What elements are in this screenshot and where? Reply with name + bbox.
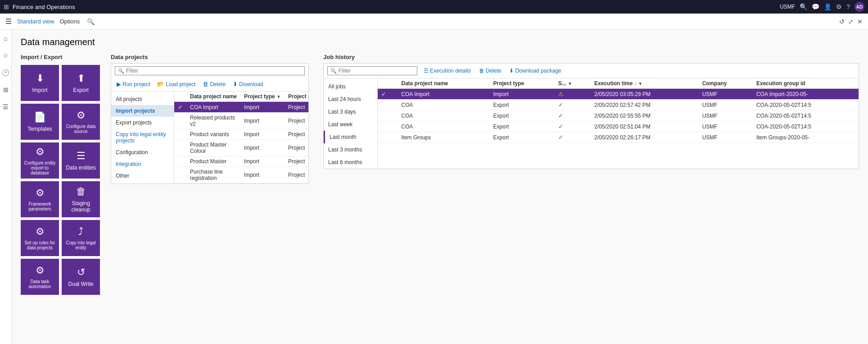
sidebar-workspaces-icon[interactable]: ⊞ bbox=[1, 85, 11, 95]
dp-nav-import-projects[interactable]: Import projects bbox=[111, 105, 174, 117]
row-project-name[interactable]: Released products v2 bbox=[186, 113, 240, 129]
jh-delete-button[interactable]: 🗑 Delete bbox=[477, 67, 503, 75]
table-row[interactable]: COA Export ✓ 2/05/2020 02:57:42 PM USMF … bbox=[378, 100, 859, 110]
jh-col-project-type[interactable]: Project type bbox=[490, 78, 555, 89]
row-project-name[interactable]: Product Master Colour bbox=[186, 140, 240, 156]
dp-search-input[interactable] bbox=[126, 68, 302, 74]
table-row[interactable]: Product variants Import Project bbox=[174, 129, 308, 140]
dp-nav-configuration[interactable]: Configuration bbox=[111, 147, 174, 158]
person-icon[interactable]: 👤 bbox=[824, 3, 832, 10]
table-row[interactable]: Product Master Import Project bbox=[174, 156, 308, 167]
tile-set-up-roles[interactable]: ⚙ Set up roles for data projects bbox=[21, 220, 59, 256]
jh-body: All jobs Last 24 hours Last 3 days Last … bbox=[324, 78, 859, 169]
jh-col-status[interactable]: S... ▼ bbox=[555, 78, 591, 89]
row-project-name[interactable]: Product variants bbox=[186, 129, 240, 140]
search-button[interactable]: 🔍 bbox=[87, 18, 95, 25]
page-title: Data management bbox=[21, 37, 859, 47]
dp-nav-integration[interactable]: Integration bbox=[111, 158, 174, 170]
dp-col-name[interactable]: Data project name bbox=[186, 92, 240, 102]
jh-col-exec-group-id[interactable]: Execution group id bbox=[753, 78, 859, 89]
dp-nav-copy-into-legal[interactable]: Copy into legal entity projects bbox=[111, 128, 174, 147]
table-row[interactable]: Product Master Colour Import Project bbox=[174, 140, 308, 156]
tile-data-task-automation[interactable]: ⚙ Data task automation bbox=[21, 259, 59, 295]
jh-nav-last-3-days[interactable]: Last 3 days bbox=[324, 105, 377, 118]
row-check[interactable] bbox=[174, 113, 186, 129]
dp-col-category[interactable]: Project category bbox=[285, 92, 308, 102]
window-close-icon[interactable]: ✕ bbox=[857, 18, 863, 25]
search-icon[interactable]: 🔍 bbox=[800, 3, 807, 10]
row-check[interactable] bbox=[174, 167, 186, 183]
table-row[interactable]: COA Export ✓ 2/05/2020 02:51:04 PM USMF … bbox=[378, 121, 859, 132]
table-row[interactable]: Item Groups Export ✓ 2/05/2020 02:26:17 … bbox=[378, 132, 859, 143]
tile-export[interactable]: ⬆ Export bbox=[62, 65, 100, 101]
dp-col-type[interactable]: Project type ▼ bbox=[240, 92, 285, 102]
expand-icon[interactable]: ⤢ bbox=[848, 18, 854, 25]
row-check[interactable] bbox=[174, 129, 186, 140]
dp-delete-button[interactable]: 🗑 Delete bbox=[201, 80, 227, 88]
jh-row-check[interactable] bbox=[378, 110, 398, 121]
settings-icon[interactable]: ⚙ bbox=[836, 3, 842, 10]
options-button[interactable]: Options bbox=[59, 18, 80, 25]
tile-framework-params[interactable]: ⚙ Framework parameters bbox=[21, 181, 59, 217]
jh-col-company[interactable]: Company bbox=[699, 78, 753, 89]
content-area: Data management Import / Export ⬇ Import… bbox=[12, 30, 868, 344]
dp-download-button[interactable]: ⬇ Download bbox=[231, 80, 265, 88]
tile-dual-write[interactable]: ↺ Dual Write bbox=[62, 259, 100, 295]
row-check[interactable] bbox=[174, 156, 186, 167]
dp-nav-export-projects[interactable]: Export projects bbox=[111, 117, 174, 128]
row-project-name[interactable]: COA Import bbox=[186, 102, 240, 113]
load-project-button[interactable]: 📂 Load project bbox=[155, 80, 197, 88]
row-check[interactable]: ✓ bbox=[174, 102, 186, 113]
execution-details-label: Execution details bbox=[430, 68, 471, 74]
jh-nav-last-week[interactable]: Last week bbox=[324, 118, 377, 131]
jh-nav-last-24[interactable]: Last 24 hours bbox=[324, 93, 377, 105]
dp-nav-other[interactable]: Other bbox=[111, 170, 174, 182]
table-row[interactable]: Purchase line registration Import Projec… bbox=[174, 167, 308, 183]
tile-import[interactable]: ⬇ Import bbox=[21, 65, 59, 101]
jh-left-nav: All jobs Last 24 hours Last 3 days Last … bbox=[324, 78, 378, 169]
jh-nav-last-month[interactable]: Last month bbox=[324, 131, 377, 143]
download-package-button[interactable]: ⬇ Download package bbox=[507, 67, 563, 75]
refresh-icon[interactable]: ↺ bbox=[839, 18, 845, 25]
tile-copy-into-legal[interactable]: ⤴ Copy into legal entity bbox=[62, 220, 100, 256]
jh-col-exec-time[interactable]: Execution time ↓ ▼ bbox=[591, 78, 699, 89]
tile-data-entities[interactable]: ☰ Data entities bbox=[62, 142, 100, 179]
execution-details-button[interactable]: ☰ Execution details bbox=[422, 67, 473, 75]
tile-configure-entity-export[interactable]: ⚙ Configure entity export to database bbox=[21, 142, 59, 179]
help-icon[interactable]: ? bbox=[846, 3, 850, 10]
jh-col-project-name[interactable]: Data project name bbox=[398, 78, 489, 89]
sidebar-favorites-icon[interactable]: ☆ bbox=[1, 50, 11, 60]
jh-row-check[interactable]: ✓ bbox=[378, 89, 398, 100]
sidebar-home-icon[interactable]: ⌂ bbox=[1, 33, 11, 43]
jh-row-check[interactable] bbox=[378, 100, 398, 110]
table-row[interactable]: COA Export ✓ 2/05/2020 02:55:55 PM USMF … bbox=[378, 110, 859, 121]
sidebar-menu-icon[interactable]: ☰ bbox=[1, 102, 11, 112]
jh-nav-last-6-months[interactable]: Last 6 months bbox=[324, 156, 377, 169]
table-row[interactable]: ✓ COA Import Import ⚠ 2/05/2020 03:05:29… bbox=[378, 89, 859, 100]
jh-row-status: ✓ bbox=[555, 110, 591, 121]
task-automation-icon: ⚙ bbox=[36, 265, 45, 276]
jh-nav-last-3-months[interactable]: Last 3 months bbox=[324, 143, 377, 156]
table-row[interactable]: Released products v2 Import Project bbox=[174, 113, 308, 129]
run-project-button[interactable]: ▶ Run project bbox=[115, 80, 152, 88]
row-check[interactable] bbox=[174, 140, 186, 156]
row-project-name[interactable]: Purchase line registration bbox=[186, 167, 240, 183]
jh-nav-all-jobs[interactable]: All jobs bbox=[324, 80, 377, 93]
standard-view-link[interactable]: Standard view bbox=[17, 18, 54, 25]
dp-nav-all-projects[interactable]: All projects bbox=[111, 93, 174, 105]
sidebar-recent-icon[interactable]: 🕐 bbox=[1, 68, 11, 78]
grid-icon[interactable]: ⊞ bbox=[4, 3, 9, 10]
row-project-type: Import bbox=[240, 129, 285, 140]
dp-filter-icon: 🔍 bbox=[118, 68, 124, 74]
tile-templates[interactable]: 📄 Templates bbox=[21, 104, 59, 140]
chat-icon[interactable]: 💬 bbox=[812, 3, 819, 10]
hamburger-icon[interactable]: ☰ bbox=[5, 17, 12, 26]
jh-row-check[interactable] bbox=[378, 132, 398, 143]
tile-configure-data-source[interactable]: ⚙ Configure data source bbox=[62, 104, 100, 140]
jh-search-input[interactable] bbox=[339, 68, 414, 74]
table-row[interactable]: ✓ COA Import Import Project bbox=[174, 102, 308, 113]
row-project-name[interactable]: Product Master bbox=[186, 156, 240, 167]
avatar[interactable]: AD bbox=[854, 2, 864, 12]
tile-staging-cleanup[interactable]: 🗑 Staging cleanup bbox=[62, 181, 100, 217]
jh-row-check[interactable] bbox=[378, 121, 398, 132]
